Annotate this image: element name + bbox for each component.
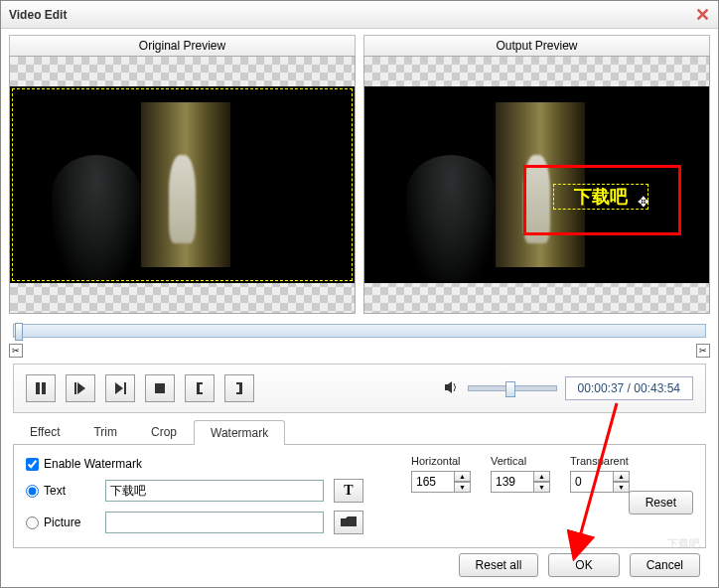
crop-selection[interactable] xyxy=(12,88,353,281)
svg-rect-11 xyxy=(236,392,242,394)
window-title: Video Edit xyxy=(9,8,695,22)
svg-rect-5 xyxy=(124,382,126,394)
dialog-buttons: Reset all OK Cancel xyxy=(459,553,700,577)
svg-marker-3 xyxy=(77,382,85,394)
enable-watermark-label: Enable Watermark xyxy=(44,457,142,471)
output-video: 下载吧 ✥ xyxy=(364,86,709,283)
close-icon[interactable]: ✕ xyxy=(695,4,710,26)
volume-icon[interactable] xyxy=(444,379,460,398)
text-format-button[interactable]: T xyxy=(334,479,363,503)
svg-rect-0 xyxy=(36,382,40,394)
original-preview-col: Original Preview xyxy=(9,35,356,314)
browse-picture-button[interactable] xyxy=(334,511,363,534)
original-video xyxy=(10,86,355,283)
tab-trim[interactable]: Trim xyxy=(76,419,134,444)
ok-button[interactable]: OK xyxy=(548,553,619,577)
output-preview[interactable]: 下载吧 ✥ xyxy=(363,56,710,314)
picture-radio-label: Picture xyxy=(44,515,80,529)
mark-in-button[interactable] xyxy=(185,374,215,402)
text-radio-input[interactable] xyxy=(26,485,39,498)
trim-start-handle[interactable]: ✂ xyxy=(9,344,23,358)
titlebar: Video Edit ✕ xyxy=(1,1,718,29)
next-button[interactable] xyxy=(105,374,135,402)
svg-rect-8 xyxy=(197,392,203,394)
svg-rect-6 xyxy=(155,383,165,393)
tab-watermark[interactable]: Watermark xyxy=(194,420,285,445)
tab-effect[interactable]: Effect xyxy=(13,419,76,444)
transparent-label: Transparent xyxy=(570,455,630,467)
svg-rect-1 xyxy=(42,382,46,394)
position-controls: Horizontal ▲▼ Vertical ▲▼ Transparent ▲▼ xyxy=(411,455,630,493)
pause-button[interactable] xyxy=(26,374,56,402)
output-preview-label: Output Preview xyxy=(363,35,710,57)
vertical-input[interactable] xyxy=(491,471,534,493)
volume-thumb[interactable] xyxy=(505,381,515,397)
svg-rect-2 xyxy=(74,382,76,394)
svg-marker-14 xyxy=(341,516,357,526)
transparent-up[interactable]: ▲ xyxy=(614,471,630,482)
picture-radio[interactable]: Picture xyxy=(26,515,95,529)
step-frame-button[interactable] xyxy=(66,374,95,402)
volume-slider[interactable] xyxy=(468,385,557,391)
video-edit-window: Video Edit ✕ Original Preview Output Pre… xyxy=(0,0,719,588)
tab-crop[interactable]: Crop xyxy=(134,419,194,444)
stop-button[interactable] xyxy=(145,374,175,402)
vertical-up[interactable]: ▲ xyxy=(534,471,550,482)
trim-handles: ✂ ✂ xyxy=(9,344,710,358)
preview-row: Original Preview Output Preview xyxy=(1,29,718,318)
picture-radio-input[interactable] xyxy=(26,516,39,529)
horizontal-up[interactable]: ▲ xyxy=(455,471,471,482)
text-radio-label: Text xyxy=(44,484,66,498)
watermark-picture-input[interactable] xyxy=(105,512,324,533)
transparent-down[interactable]: ▼ xyxy=(614,482,630,493)
watermark-panel: Enable Watermark Text T Picture Horizont… xyxy=(13,445,706,548)
original-preview-label: Original Preview xyxy=(9,35,356,57)
cancel-button[interactable]: Cancel xyxy=(630,553,700,577)
time-display: 00:00:37 / 00:43:54 xyxy=(565,376,693,400)
horizontal-input[interactable] xyxy=(411,471,455,493)
reset-button[interactable]: Reset xyxy=(629,491,693,514)
output-preview-col: Output Preview 下载吧 ✥ xyxy=(363,35,710,314)
vertical-spinner[interactable]: ▲▼ xyxy=(491,471,550,493)
transparent-spinner[interactable]: ▲▼ xyxy=(570,471,630,493)
svg-marker-4 xyxy=(115,382,123,394)
text-radio[interactable]: Text xyxy=(26,484,95,498)
timeline[interactable] xyxy=(13,324,706,338)
enable-watermark-checkbox[interactable]: Enable Watermark xyxy=(26,457,142,471)
horizontal-down[interactable]: ▼ xyxy=(455,482,471,493)
playhead[interactable] xyxy=(15,323,23,341)
transparent-input[interactable] xyxy=(570,471,614,493)
svg-rect-12 xyxy=(236,382,242,384)
enable-watermark-input[interactable] xyxy=(26,458,39,471)
vertical-label: Vertical xyxy=(491,455,550,467)
watermark-box[interactable]: 下载吧 ✥ xyxy=(523,165,682,235)
tab-bar: Effect Trim Crop Watermark xyxy=(13,419,706,445)
watermark-drag-region[interactable]: 下载吧 ✥ xyxy=(553,184,647,210)
horizontal-spinner[interactable]: ▲▼ xyxy=(411,471,471,493)
watermark-preview-text: 下载吧 xyxy=(574,185,628,209)
svg-marker-13 xyxy=(445,381,452,393)
move-handle-icon[interactable]: ✥ xyxy=(638,194,649,210)
original-preview[interactable] xyxy=(9,56,356,314)
mark-out-button[interactable] xyxy=(224,374,254,402)
reset-all-button[interactable]: Reset all xyxy=(459,553,539,577)
horizontal-label: Horizontal xyxy=(411,455,471,467)
vertical-down[interactable]: ▼ xyxy=(534,482,550,493)
playback-controls: 00:00:37 / 00:43:54 xyxy=(13,364,706,413)
svg-rect-9 xyxy=(197,382,203,384)
watermark-text-input[interactable] xyxy=(105,480,324,502)
trim-end-handle[interactable]: ✂ xyxy=(696,344,710,358)
